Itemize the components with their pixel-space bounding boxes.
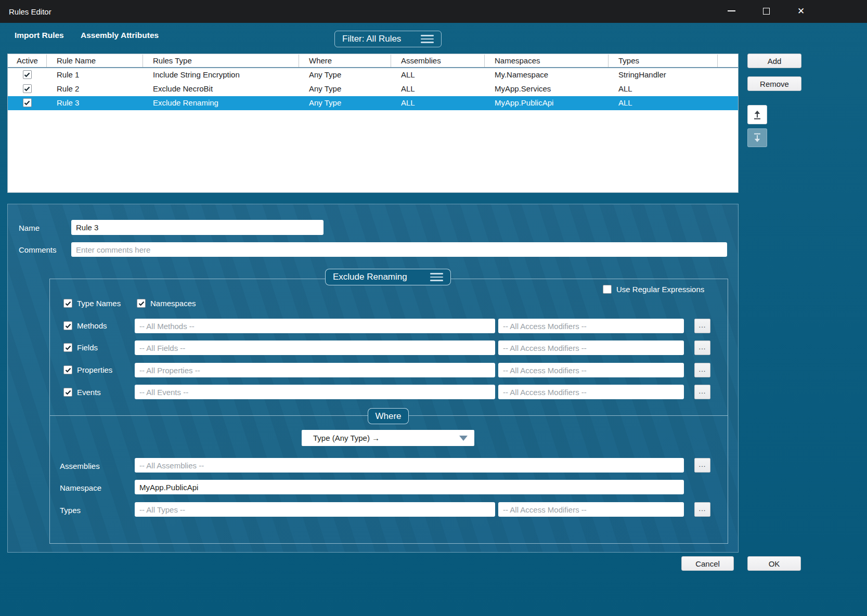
namespaces-checkbox[interactable] [137,299,146,308]
arrow-down-to-bar-icon [752,133,762,143]
cell-types: StringHandler [618,70,666,79]
where-type-value: Type (Any Type) → [313,434,380,442]
col-header-assemblies[interactable]: Assemblies [401,56,441,65]
where-badge: Where [368,408,409,424]
hamburger-icon [421,35,434,43]
window-title: Rules Editor [9,7,51,16]
arrow-up-from-bar-icon [752,110,762,120]
events-checkbox[interactable] [63,388,72,397]
properties-label: Properties [77,365,112,374]
use-regex-row: Use Regular Expressions [603,285,704,294]
comments-input[interactable] [71,242,727,257]
filter-label: Filter: All Rules [342,34,401,44]
minimize-icon [728,10,735,11]
cell-rules-type: Exclude Renaming [153,98,218,107]
namespaces-row: Namespaces [137,299,196,308]
rule-active-checkbox[interactable] [23,84,32,93]
chevron-down-icon [459,436,468,441]
cell-rule-name: Rule 2 [57,84,79,93]
properties-checkbox[interactable] [63,365,72,374]
add-button[interactable]: Add [747,54,801,68]
types-browse-button[interactable]: ... [694,502,710,517]
events-row: Events [63,388,101,397]
rule-active-checkbox[interactable] [23,98,32,107]
filter-dropdown[interactable]: Filter: All Rules [334,31,442,47]
ok-button[interactable]: OK [747,556,801,571]
fields-checkbox[interactable] [63,343,72,352]
namespace-input[interactable] [135,480,684,494]
cell-types: ALL [618,84,632,93]
type-names-row: Type Names [63,299,121,308]
cancel-button[interactable]: Cancel [681,556,734,571]
move-down-button[interactable] [747,128,767,147]
where-label: Where [375,411,401,422]
properties-filter-input[interactable] [135,363,495,377]
col-header-rules-type[interactable]: Rules Type [153,56,192,65]
properties-row: Properties [63,365,112,374]
where-type-dropdown[interactable]: Type (Any Type) → [302,430,474,446]
move-up-button[interactable] [747,105,767,124]
col-header-namespaces[interactable]: Namespaces [495,56,540,65]
fields-browse-button[interactable]: ... [694,340,710,355]
minimize-button[interactable] [722,2,740,20]
methods-browse-button[interactable]: ... [694,319,710,333]
cell-where: Any Type [309,70,341,79]
cell-assemblies: ALL [401,98,415,107]
methods-row: Methods [63,321,107,330]
col-header-where[interactable]: Where [309,56,332,65]
cell-namespaces: MyApp.PublicApi [495,98,553,107]
name-label: Name [19,224,40,232]
type-names-label: Type Names [77,299,121,308]
cell-assemblies: ALL [401,70,415,79]
events-access-modifiers-input[interactable] [498,385,684,399]
types-input[interactable] [135,502,495,517]
cell-rules-type: Include String Encryption [153,70,240,79]
use-regex-checkbox[interactable] [603,285,612,294]
methods-label: Methods [77,321,107,330]
namespaces-label: Namespaces [150,299,196,308]
cell-types: ALL [618,98,632,107]
methods-checkbox[interactable] [63,321,72,330]
assemblies-label: Assemblies [60,462,100,470]
cell-where: Any Type [309,98,341,107]
types-label: Types [60,506,81,515]
events-label: Events [77,388,101,397]
maximize-button[interactable] [757,2,775,20]
rule-active-checkbox[interactable] [23,70,32,79]
fields-filter-input[interactable] [135,340,495,355]
cell-assemblies: ALL [401,84,415,93]
remove-button[interactable]: Remove [747,76,801,91]
col-header-rule-name[interactable]: Rule Name [57,56,96,65]
rule-name-input[interactable] [71,220,323,235]
cell-rule-name: Rule 1 [57,70,79,79]
close-button[interactable]: ✕ [792,2,810,20]
cell-namespaces: MyApp.Services [495,84,551,93]
use-regex-label: Use Regular Expressions [616,285,704,294]
close-icon: ✕ [797,7,805,16]
type-names-checkbox[interactable] [63,299,72,308]
rule-type-selector[interactable]: Exclude Renaming [325,269,451,285]
types-access-modifiers-input[interactable] [498,502,684,517]
cell-where: Any Type [309,84,341,93]
hamburger-icon [430,273,443,281]
assemblies-browse-button[interactable]: ... [694,458,710,473]
table-row[interactable]: Rule 1 Include String Encryption Any Typ… [8,68,738,82]
fields-access-modifiers-input[interactable] [498,340,684,355]
events-browse-button[interactable]: ... [694,385,710,399]
properties-access-modifiers-input[interactable] [498,363,684,377]
cell-rules-type: Exclude NecroBit [153,84,213,93]
events-filter-input[interactable] [135,385,495,399]
properties-browse-button[interactable]: ... [694,363,710,377]
table-row[interactable]: Rule 2 Exclude NecroBit Any Type ALL MyA… [8,82,738,96]
cell-rule-name: Rule 3 [57,98,79,107]
menu-import-rules[interactable]: Import Rules [15,31,64,40]
menu-assembly-attributes[interactable]: Assembly Attributes [81,31,159,40]
methods-filter-input[interactable] [135,319,495,333]
cell-namespaces: My.Namespace [495,70,548,79]
col-header-types[interactable]: Types [618,56,639,65]
methods-access-modifiers-input[interactable] [498,319,684,333]
table-row[interactable]: Rule 3 Exclude Renaming Any Type ALL MyA… [8,96,738,110]
col-header-active[interactable]: Active [17,56,38,65]
assemblies-input[interactable] [135,458,684,473]
namespace-label: Namespace [60,483,101,492]
